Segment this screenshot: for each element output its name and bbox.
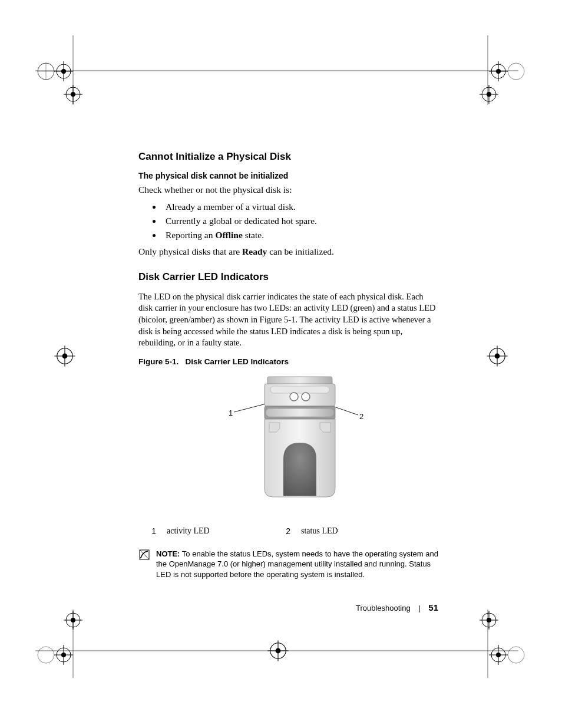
svg-point-60 bbox=[276, 648, 281, 654]
svg-point-56 bbox=[487, 618, 491, 622]
svg-point-38 bbox=[495, 354, 500, 359]
footer-separator: | bbox=[418, 604, 420, 612]
svg-point-48 bbox=[508, 647, 524, 663]
svg-point-47 bbox=[71, 618, 75, 622]
crop-mark-icon bbox=[61, 608, 85, 632]
svg-point-30 bbox=[487, 92, 491, 97]
svg-point-21 bbox=[71, 92, 75, 97]
note-text: NOTE: To enable the status LEDs, system … bbox=[156, 549, 439, 580]
svg-point-22 bbox=[508, 63, 524, 80]
list-item: Already a member of a virtual disk. bbox=[162, 200, 439, 214]
svg-point-52 bbox=[496, 653, 501, 657]
svg-point-34 bbox=[62, 354, 68, 359]
crop-mark-icon bbox=[477, 608, 501, 632]
svg-rect-4 bbox=[270, 386, 329, 393]
figure-legend: 1 activity LED 2 status LED bbox=[138, 526, 439, 536]
heading-cannot-initialize: Cannot Initialize a Physical Disk bbox=[138, 151, 439, 163]
led-paragraph: The LED on the physical disk carrier ind… bbox=[138, 291, 439, 349]
page-number: 51 bbox=[428, 602, 438, 612]
figure-caption: Figure 5-1. Disk Carrier LED Indicators bbox=[138, 357, 439, 366]
closing-text: Only physical disks that are Ready can b… bbox=[138, 246, 439, 258]
page-footer: Troubleshooting | 51 bbox=[356, 602, 438, 612]
note-block: NOTE: To enable the status LEDs, system … bbox=[138, 549, 439, 580]
bullet-list: Already a member of a virtual disk. Curr… bbox=[138, 200, 439, 242]
svg-rect-8 bbox=[266, 409, 334, 417]
legend-num: 2 bbox=[273, 526, 290, 536]
note-icon bbox=[138, 549, 150, 561]
list-item: Currently a global or dedicated hot spar… bbox=[162, 214, 439, 228]
heading-led-indicators: Disk Carrier LED Indicators bbox=[138, 271, 439, 283]
crop-mark-icon bbox=[265, 638, 291, 664]
footer-section: Troubleshooting bbox=[356, 604, 411, 612]
svg-point-6 bbox=[302, 393, 310, 401]
callout-1: 1 bbox=[229, 409, 233, 417]
legend-label: status LED bbox=[290, 526, 407, 536]
svg-point-26 bbox=[496, 69, 501, 74]
callout-2: 2 bbox=[359, 412, 363, 421]
subheading-cannot-be-initialized: The physical disk cannot be initialized bbox=[138, 171, 439, 180]
list-item: Reporting an Offline state. bbox=[162, 228, 439, 242]
svg-point-5 bbox=[290, 393, 298, 401]
svg-point-43 bbox=[61, 653, 66, 657]
crop-mark-icon bbox=[52, 343, 78, 369]
figure-disk-carrier: 1 2 bbox=[138, 372, 439, 510]
crop-mark-icon bbox=[35, 634, 77, 676]
intro-text: Check whether or not the physical disk i… bbox=[138, 184, 439, 196]
svg-point-17 bbox=[61, 69, 66, 74]
disk-carrier-illustration bbox=[138, 372, 439, 508]
crop-mark-icon bbox=[61, 83, 85, 106]
svg-point-39 bbox=[38, 647, 54, 663]
crop-mark-icon bbox=[484, 343, 510, 369]
legend-label: activity LED bbox=[156, 526, 273, 536]
legend-num: 1 bbox=[138, 526, 156, 536]
crop-mark-icon bbox=[485, 634, 527, 676]
crop-mark-icon bbox=[477, 83, 501, 106]
